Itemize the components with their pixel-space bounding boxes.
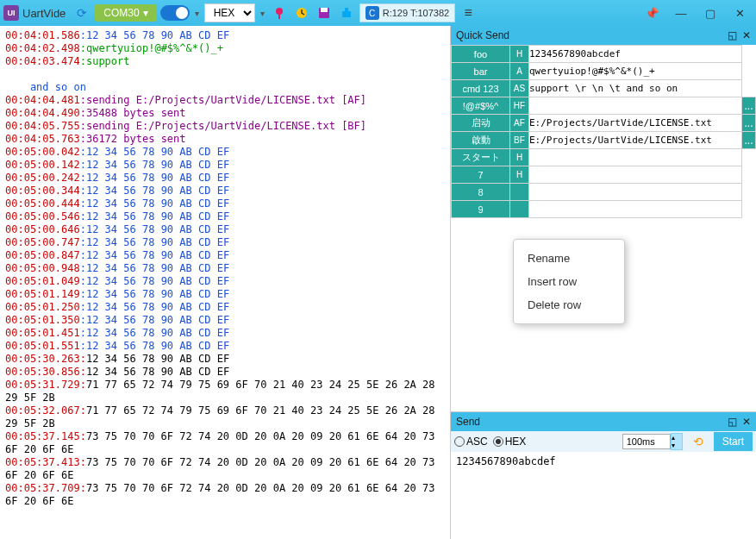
context-rename[interactable]: Rename <box>514 247 624 270</box>
context-insert-row[interactable]: Insert row <box>514 270 624 293</box>
svg-rect-3 <box>321 8 328 12</box>
pin-icon[interactable] <box>270 3 289 22</box>
qs-data-input[interactable]: E:/Projects/UartVide/LICENSE.txt <box>529 115 742 132</box>
port-select[interactable]: COM30▾ <box>95 4 156 22</box>
timestamp-icon[interactable] <box>292 3 311 22</box>
quick-send-row: 9 <box>452 201 756 218</box>
qs-format-button[interactable]: H <box>510 149 529 166</box>
qs-data-input[interactable] <box>529 201 742 218</box>
quick-send-panel: foo H 1234567890abcdef bar A qwertyuiop!… <box>451 45 756 411</box>
quick-send-header: Quick Send ◱ ✕ <box>451 26 756 45</box>
qs-path-button[interactable]: ... <box>742 132 756 149</box>
qs-data-input[interactable] <box>529 149 742 166</box>
hex-radio[interactable]: HEX <box>493 436 527 448</box>
qs-label-button[interactable]: !@#$%^ <box>452 97 510 115</box>
qs-format-button[interactable]: H <box>510 46 529 63</box>
quick-send-row: cmd 123 AS support \r \n \t and so on <box>452 80 756 97</box>
svg-rect-4 <box>342 11 351 17</box>
quick-send-row: foo H 1234567890abcdef <box>452 46 756 63</box>
qs-label-button[interactable]: 8 <box>452 184 510 201</box>
app-title: UartVide <box>22 7 66 20</box>
send-controls: ASC HEX ▴▾ ⟲ Start <box>451 431 756 452</box>
qs-data-input[interactable] <box>529 184 742 201</box>
qs-label-button[interactable]: foo <box>452 46 510 63</box>
qs-data-input[interactable]: E:/Projects/UartVide/LICENSE.txt <box>529 132 742 149</box>
qs-path-button[interactable]: ... <box>742 115 756 132</box>
qs-label-button[interactable]: bar <box>452 63 510 80</box>
qs-path-button[interactable]: ... <box>742 97 756 115</box>
asc-radio[interactable]: ASC <box>454 436 488 448</box>
context-menu: Rename Insert row Delete row <box>513 239 625 324</box>
send-header: Send ◱ ✕ <box>451 412 756 431</box>
refresh-button[interactable]: ⟳ <box>72 3 91 22</box>
interval-spinner[interactable]: ▴▾ <box>671 433 683 450</box>
view-mode-select[interactable]: HEX <box>204 3 255 22</box>
quick-send-row: !@#$%^ HF ... <box>452 97 756 115</box>
quick-send-row: スタート H <box>452 149 756 166</box>
port-options-chevron[interactable]: ▾ <box>193 9 201 18</box>
svg-point-0 <box>276 8 283 15</box>
send-textarea[interactable] <box>451 452 756 539</box>
quick-send-row: 8 <box>452 184 756 201</box>
counter-text: R:129 T:107382 <box>383 8 449 18</box>
console-output[interactable]: 00:04:01.586:12 34 56 78 90 AB CD EF00:0… <box>0 26 450 539</box>
qs-format-button[interactable]: H <box>510 166 529 184</box>
qs-label-button[interactable]: 9 <box>452 201 510 218</box>
connect-toggle[interactable] <box>160 5 190 21</box>
counter-chip[interactable]: C R:129 T:107382 <box>359 3 455 22</box>
qs-format-button[interactable] <box>510 201 529 218</box>
view-options-chevron[interactable]: ▾ <box>259 9 266 18</box>
quick-send-row: 启动 AF E:/Projects/UartVide/LICENSE.txt .… <box>452 115 756 132</box>
counter-reset-icon[interactable]: C <box>366 6 379 20</box>
menu-icon[interactable]: ≡ <box>459 3 478 22</box>
quick-send-row: bar A qwertyuiop!@#$%^&*()_+ <box>452 63 756 80</box>
save-icon[interactable] <box>315 3 334 22</box>
qs-data-input[interactable]: 1234567890abcdef <box>529 46 742 63</box>
qs-label-button[interactable]: 啟動 <box>452 132 510 149</box>
pin-window-icon[interactable]: 📌 <box>639 3 665 22</box>
qs-data-input[interactable]: qwertyuiop!@#$%^&*()_+ <box>529 63 742 80</box>
close-panel-icon[interactable]: ✕ <box>742 29 751 41</box>
maximize-button[interactable]: ▢ <box>697 3 723 22</box>
qs-label-button[interactable]: cmd 123 <box>452 80 510 97</box>
minimize-button[interactable]: — <box>668 3 694 22</box>
qs-label-button[interactable]: 启动 <box>452 115 510 132</box>
loop-icon[interactable]: ⟲ <box>688 432 709 451</box>
clear-icon[interactable] <box>337 3 356 22</box>
qs-format-button[interactable]: BF <box>510 132 529 149</box>
qs-format-button[interactable]: AS <box>510 80 529 97</box>
context-delete-row[interactable]: Delete row <box>514 293 624 317</box>
svg-rect-5 <box>345 8 348 11</box>
qs-format-button[interactable]: A <box>510 63 529 80</box>
qs-label-button[interactable]: 7 <box>452 166 510 184</box>
qs-data-input[interactable]: support \r \n \t and so on <box>529 80 742 97</box>
titlebar: UI UartVide ⟳ COM30▾ ▾ HEX ▾ C R:129 T:1… <box>0 0 756 26</box>
close-panel-icon[interactable]: ✕ <box>742 416 751 428</box>
quick-send-row: 7 H <box>452 166 756 184</box>
quick-send-row: 啟動 BF E:/Projects/UartVide/LICENSE.txt .… <box>452 132 756 149</box>
qs-format-button[interactable]: HF <box>510 97 529 115</box>
qs-format-button[interactable]: AF <box>510 115 529 132</box>
close-button[interactable]: ✕ <box>727 3 753 22</box>
qs-format-button[interactable] <box>510 184 529 201</box>
start-button[interactable]: Start <box>714 432 753 451</box>
qs-data-input[interactable] <box>529 97 742 115</box>
qs-data-input[interactable] <box>529 166 742 184</box>
undock-icon[interactable]: ◱ <box>728 29 737 41</box>
qs-label-button[interactable]: スタート <box>452 149 510 166</box>
undock-icon[interactable]: ◱ <box>728 416 737 428</box>
interval-input[interactable] <box>622 434 671 449</box>
app-icon: UI <box>3 5 19 21</box>
